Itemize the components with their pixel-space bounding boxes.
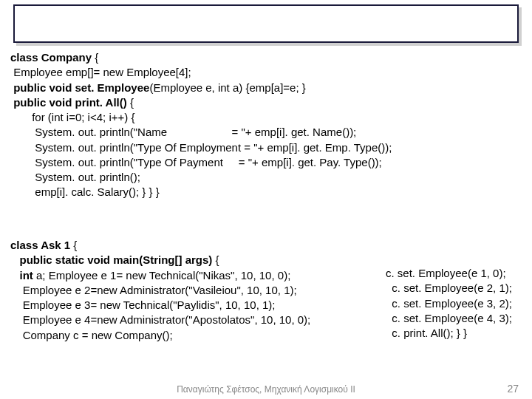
code-block-calls: c. set. Employee(e 1, 0); c. set. Employ… (386, 266, 512, 341)
code-line: for (int i=0; i<4; i++) { (10, 110, 392, 125)
code-line: a; Employee e 1= new Technical("Nikas", … (36, 269, 290, 282)
code-block-company: class Company { Employee emp[]= new Empl… (10, 50, 392, 200)
code-line: c. set. Employee(e 2, 1); (386, 281, 512, 296)
code-line: System. out. println("Name = "+ emp[i]. … (10, 125, 392, 140)
code-line: public void print (10, 96, 100, 109)
code-line: Employee e 2=new Administrator("Vasileio… (10, 283, 310, 298)
code-line: int (10, 269, 36, 282)
code-line: c. print. All(); } } (386, 326, 512, 341)
code-line: { (73, 239, 77, 251)
code-line: class Ask 1 (10, 239, 73, 251)
footer-text: Παναγιώτης Σφέτσος, Μηχανική Λογισμικού … (0, 384, 532, 395)
code-line: c. set. Employee(e 3, 2); (386, 296, 512, 311)
code-line: Employee e 4=new Administrator("Apostola… (10, 313, 310, 327)
code-line: . Employee (91, 81, 149, 94)
code-block-ask1: class Ask 1 { public static void main(St… (10, 238, 310, 343)
code-line: Employee e 3= new Technical("Paylidis", … (10, 298, 310, 313)
code-line: Company c = new Company(); (10, 328, 310, 343)
code-line: { (130, 96, 134, 109)
code-line: public static void main(String[] args) (10, 253, 216, 266)
title-box (13, 4, 519, 43)
code-line: public void set (10, 81, 91, 94)
code-line: emp[i]. calc. Salary(); } } } (10, 185, 392, 200)
code-line: Employee emp[]= new Employee[4]; (10, 65, 392, 80)
code-line: (Employee e, int a) {emp[a]=e; } (149, 81, 305, 94)
code-line: c. set. Employee(e 1, 0); (386, 266, 512, 281)
code-line: . All() (100, 96, 130, 109)
code-line: { (95, 51, 98, 64)
page-number: 27 (507, 383, 519, 395)
code-line: System. out. println("Type Of Employment… (10, 140, 392, 155)
code-line: class Company (10, 51, 95, 64)
code-line: System. out. println("Type Of Payment = … (10, 155, 392, 170)
code-line: c. set. Employee(e 4, 3); (386, 311, 512, 326)
code-line: System. out. println(); (10, 170, 392, 185)
code-line: { (216, 253, 219, 266)
